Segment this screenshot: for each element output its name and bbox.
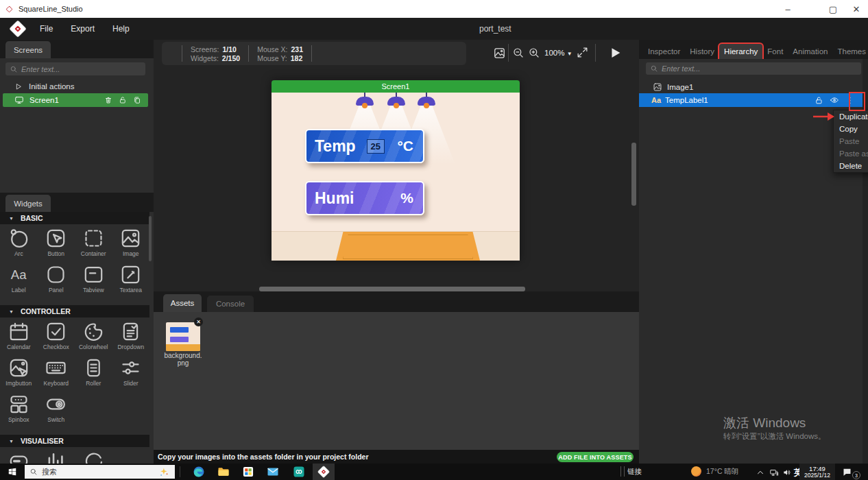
asset-remove-icon[interactable]: ✕ xyxy=(194,317,203,326)
tab-themes[interactable]: Themes xyxy=(832,44,868,59)
menu-bar: File Export Help xyxy=(0,18,868,40)
widget-switch[interactable]: Switch xyxy=(38,393,75,429)
clock-time: 17:49 xyxy=(809,466,825,472)
mouse-y-label: Mouse Y: xyxy=(257,54,287,62)
mail-taskbar-icon[interactable] xyxy=(266,465,280,479)
notification-center-icon[interactable] xyxy=(842,467,852,477)
widget-checkbox[interactable]: Checkbox xyxy=(38,320,75,357)
hierarchy-search-input[interactable]: Enter text... xyxy=(646,62,861,75)
widget-calendar[interactable]: Calendar xyxy=(0,320,38,357)
background-image-toggle-icon[interactable] xyxy=(493,47,506,60)
zoom-in-icon[interactable] xyxy=(528,47,540,59)
hierarchy-item-templabel1[interactable]: Aa TempLabel1 xyxy=(639,93,863,107)
canvas-vscrollbar[interactable] xyxy=(631,143,636,206)
screens-search-input[interactable]: Enter text... xyxy=(5,62,145,75)
edge-taskbar-icon[interactable] xyxy=(192,465,206,479)
eye-icon[interactable] xyxy=(830,95,839,105)
temp-label[interactable]: Temp xyxy=(315,137,356,156)
folder-taskbar-icon[interactable] xyxy=(217,465,230,479)
taskbar-clock[interactable]: 17:49 2025/1/12 xyxy=(799,464,835,480)
widget-imgbutton[interactable]: Imgbutton xyxy=(0,357,38,393)
tab-font[interactable]: Font xyxy=(762,44,788,59)
widget-section-header-basic[interactable]: ▼BASIC xyxy=(0,212,149,224)
start-button[interactable] xyxy=(8,467,17,477)
widget-spinbox[interactable]: Spinbox xyxy=(0,393,38,429)
tab-inspector[interactable]: Inspector xyxy=(643,44,685,59)
widget-arc[interactable]: Arc xyxy=(0,227,38,263)
weather-icon[interactable] xyxy=(691,466,701,477)
volume-icon[interactable] xyxy=(782,468,792,477)
widget-keyboard[interactable]: Keyboard xyxy=(38,357,75,393)
widget-dropdown[interactable]: Dropdown xyxy=(112,320,150,357)
canvas-hscrollbar[interactable] xyxy=(259,287,525,291)
hierarchy-item-image1[interactable]: Image1 xyxy=(639,80,863,93)
widget-textarea[interactable]: Textarea xyxy=(112,263,150,300)
assets-content xyxy=(154,312,639,450)
widget-chart[interactable] xyxy=(38,450,75,464)
zoom-level[interactable]: 100% ▼ xyxy=(544,49,572,57)
minimize-button[interactable]: – xyxy=(776,0,799,18)
play-icon[interactable] xyxy=(607,45,623,60)
widget-container[interactable]: Container xyxy=(75,227,112,263)
widget-image[interactable]: Image xyxy=(112,227,150,263)
widgets-scrollbar[interactable] xyxy=(149,216,152,261)
widget-panel[interactable]: Panel xyxy=(38,263,75,300)
network-icon[interactable] xyxy=(769,468,779,477)
close-button[interactable]: ✕ xyxy=(845,0,868,18)
menu-export[interactable]: Export xyxy=(71,24,95,34)
widget-label[interactable]: AaLabel xyxy=(0,263,38,300)
context-menu-delete[interactable]: Delete xyxy=(834,160,868,172)
store-taskbar-icon[interactable] xyxy=(241,465,255,479)
tab-console[interactable]: Console xyxy=(207,296,254,312)
widget-roller[interactable]: Roller xyxy=(75,357,112,393)
initial-actions-item[interactable]: Initial actions xyxy=(14,81,74,92)
tab-widgets[interactable]: Widgets xyxy=(5,195,51,212)
add-file-into-assets-button[interactable]: ADD FILE INTO ASSETS xyxy=(557,452,634,462)
infinity-app-taskbar-icon[interactable] xyxy=(292,465,306,479)
screen1-item[interactable]: Screen1 xyxy=(3,93,148,107)
fit-screen-icon[interactable] xyxy=(576,46,589,59)
menu-file[interactable]: File xyxy=(40,24,53,34)
tray-chevron-up-icon[interactable] xyxy=(756,468,764,477)
copilot-sparkle-icon xyxy=(159,467,169,477)
tab-assets[interactable]: Assets xyxy=(163,294,202,312)
calendar-icon xyxy=(8,320,30,343)
widget-spinner[interactable] xyxy=(75,450,112,464)
menu-help[interactable]: Help xyxy=(112,24,130,34)
bar-icon xyxy=(8,450,30,464)
toolbar-grip[interactable] xyxy=(620,466,625,477)
asset-thumbnail[interactable] xyxy=(166,322,200,351)
screen1-label: Screen1 xyxy=(29,96,59,104)
context-menu-paste-as-c: Paste as c xyxy=(834,147,868,160)
links-toolbar-label[interactable]: 链接 xyxy=(627,467,642,477)
duplicate-icon[interactable] xyxy=(133,96,141,104)
mouse-x-value: 231 xyxy=(291,45,304,53)
unlock-icon[interactable] xyxy=(119,96,127,104)
unlock-icon[interactable] xyxy=(815,96,823,105)
clock-date: 2025/1/12 xyxy=(804,472,830,479)
tab-hierarchy[interactable]: Hierarchy xyxy=(719,44,762,59)
squareline-taskbar-icon[interactable] xyxy=(317,465,330,479)
zoom-out-icon[interactable] xyxy=(512,47,525,59)
widget-tabview[interactable]: Tabview xyxy=(75,263,112,300)
tab-screens[interactable]: Screens xyxy=(5,41,51,58)
widget-bar[interactable] xyxy=(0,450,38,464)
widget-button[interactable]: Button xyxy=(38,227,75,263)
widget-colorwheel[interactable]: Colorwheel xyxy=(75,320,112,357)
trash-icon[interactable] xyxy=(104,96,112,104)
temp-value[interactable]: 25 xyxy=(367,139,385,154)
context-menu-copy[interactable]: Copy xyxy=(834,123,868,135)
tab-animation[interactable]: Animation xyxy=(788,44,832,59)
context-menu-duplicate[interactable]: Duplicate xyxy=(834,110,868,123)
weather-text[interactable]: 17°C 晴朗 xyxy=(706,467,738,477)
widget-section-header-visualiser[interactable]: ▼VISUALISER xyxy=(0,435,149,447)
maximize-button[interactable]: ▢ xyxy=(821,0,845,18)
tab-history[interactable]: History xyxy=(685,44,719,59)
humi-label[interactable]: Humi xyxy=(315,189,354,208)
widget-slider[interactable]: Slider xyxy=(112,357,150,393)
temp-panel[interactable]: Temp 25 °C xyxy=(305,129,424,163)
humi-panel[interactable]: Humi % xyxy=(305,181,424,215)
widget-section-header-controller[interactable]: ▼CONTROLLER xyxy=(0,305,149,317)
screen-preview[interactable]: Screen1 Temp 25 °C Humi % xyxy=(272,80,520,261)
taskbar-search-input[interactable]: 搜索 xyxy=(25,465,175,479)
